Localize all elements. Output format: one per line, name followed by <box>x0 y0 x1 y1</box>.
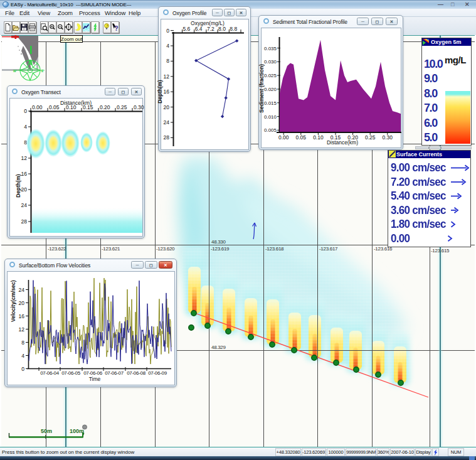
svg-text:16: 16 <box>19 313 25 319</box>
svg-text:0.010: 0.010 <box>264 114 277 120</box>
svg-text:28: 28 <box>21 218 28 225</box>
svg-text:0.005: 0.005 <box>264 127 277 133</box>
svg-text:0.15: 0.15 <box>83 104 93 110</box>
svg-text:Time: Time <box>89 376 101 382</box>
svg-text:?: ? <box>115 25 119 32</box>
svg-text:8: 8 <box>21 340 24 346</box>
svg-text:6.4: 6.4 <box>195 26 203 32</box>
svg-text:50m: 50m <box>41 428 52 434</box>
svg-text:0.10: 0.10 <box>313 134 324 141</box>
svg-text:24: 24 <box>19 287 25 293</box>
svg-text:8: 8 <box>166 58 169 64</box>
svg-text:8.0: 8.0 <box>218 26 226 32</box>
svg-text:07-06-07: 07-06-07 <box>105 370 124 376</box>
svg-text:20: 20 <box>164 104 170 110</box>
svg-text:07-06-08: 07-06-08 <box>127 370 145 376</box>
svg-text:5.6: 5.6 <box>183 26 191 32</box>
svg-text:7.2: 7.2 <box>207 26 214 32</box>
svg-text:24: 24 <box>164 119 170 126</box>
svg-text:0: 0 <box>21 366 24 372</box>
svg-text:0.00: 0.00 <box>278 134 289 141</box>
svg-text:E: E <box>41 69 44 73</box>
svg-text:0.030: 0.030 <box>264 59 277 65</box>
svg-text:24: 24 <box>21 202 28 208</box>
svg-text:16: 16 <box>21 171 28 177</box>
svg-text:0.035: 0.035 <box>264 46 277 51</box>
svg-text:0.05: 0.05 <box>296 134 307 141</box>
svg-text:0.015: 0.015 <box>264 100 277 106</box>
svg-text:Velocity(cm/sec): Velocity(cm/sec) <box>10 280 16 322</box>
svg-text:12: 12 <box>19 326 25 333</box>
svg-text:Distance(km): Distance(km) <box>327 139 358 146</box>
svg-text:W: W <box>13 69 16 73</box>
svg-text:4: 4 <box>24 124 27 130</box>
svg-text:07-06-06: 07-06-06 <box>83 370 102 376</box>
svg-text:4: 4 <box>21 353 24 359</box>
svg-text:0.05: 0.05 <box>49 104 60 110</box>
svg-text:07-06-05: 07-06-05 <box>61 370 80 376</box>
svg-text:0.020: 0.020 <box>264 87 277 92</box>
svg-text:07-06-04: 07-06-04 <box>40 370 59 376</box>
svg-text:16: 16 <box>164 88 170 95</box>
svg-text:12: 12 <box>21 155 28 161</box>
svg-text:0.025: 0.025 <box>264 73 277 78</box>
svg-text:4: 4 <box>166 43 169 49</box>
svg-text:20: 20 <box>19 300 25 306</box>
svg-text:0.10: 0.10 <box>66 104 77 110</box>
svg-text:Depth(m): Depth(m) <box>157 80 163 103</box>
svg-text:0: 0 <box>166 28 169 34</box>
svg-text:Depth(m): Depth(m) <box>15 174 21 197</box>
svg-text:100m: 100m <box>70 428 84 434</box>
svg-text:0.25: 0.25 <box>365 134 376 141</box>
svg-text:0.30: 0.30 <box>134 104 144 110</box>
svg-text:0.25: 0.25 <box>117 104 127 110</box>
svg-text:0.20: 0.20 <box>100 104 110 110</box>
svg-text:20: 20 <box>21 186 28 193</box>
svg-text:0.00: 0.00 <box>32 104 43 110</box>
svg-text:0: 0 <box>24 108 27 114</box>
svg-text:28: 28 <box>164 134 170 141</box>
svg-text:07-06-09: 07-06-09 <box>148 370 167 376</box>
svg-text:0.30: 0.30 <box>383 134 393 141</box>
svg-text:8.8: 8.8 <box>230 26 237 32</box>
svg-text:12: 12 <box>164 73 170 80</box>
